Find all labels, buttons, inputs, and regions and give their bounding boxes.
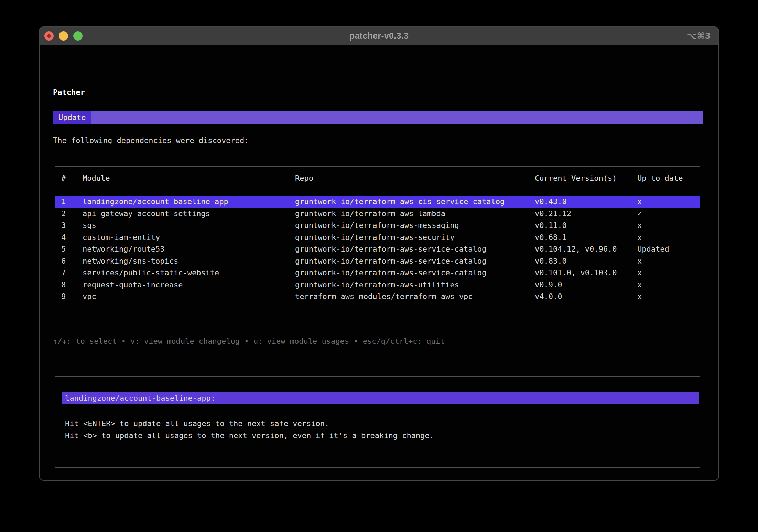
table-rows: 1landingzone/account-baseline-appgruntwo… xyxy=(55,196,700,303)
table-row[interactable]: 4custom-iam-entitygruntwork-io/terraform… xyxy=(55,232,700,244)
row-version: v0.43.0 xyxy=(535,196,637,208)
intro-text: The following dependencies were discover… xyxy=(53,136,249,145)
update-bar: Update xyxy=(53,111,703,124)
table-row[interactable]: 7services/public-static-websitegruntwork… xyxy=(55,267,700,279)
row-repo: gruntwork-io/terraform-aws-service-catal… xyxy=(295,243,535,255)
detail-panel: landingzone/account-baseline-app: Hit <E… xyxy=(55,376,700,468)
row-num: 5 xyxy=(61,243,83,255)
row-num: 1 xyxy=(61,196,83,208)
row-uptodate: x xyxy=(637,279,700,291)
row-uptodate: x xyxy=(637,255,700,267)
table-row[interactable]: 3sqsgruntwork-io/terraform-aws-messaging… xyxy=(55,220,700,232)
row-repo: gruntwork-io/terraform-aws-service-catal… xyxy=(295,255,535,267)
terminal-window: patcher-v0.3.3 ⌥⌘3 Patcher Update The fo… xyxy=(39,26,719,481)
row-module: vpc xyxy=(83,291,295,303)
row-version: v4.0.0 xyxy=(535,291,637,303)
table-row[interactable]: 9vpcterraform-aws-modules/terraform-aws-… xyxy=(55,291,700,303)
row-uptodate: x xyxy=(637,220,700,232)
row-num: 4 xyxy=(61,232,83,244)
row-module: custom-iam-entity xyxy=(83,232,295,244)
tab-shortcut-hint: ⌥⌘3 xyxy=(687,31,711,41)
row-version: v0.68.1 xyxy=(535,232,637,244)
tab-update[interactable]: Update xyxy=(53,111,91,124)
row-repo: gruntwork-io/terraform-aws-security xyxy=(295,232,535,244)
row-repo: gruntwork-io/terraform-aws-utilities xyxy=(295,279,535,291)
row-repo: gruntwork-io/terraform-aws-service-catal… xyxy=(295,267,535,279)
row-repo: terraform-aws-modules/terraform-aws-vpc xyxy=(295,291,535,303)
row-uptodate: x xyxy=(637,196,700,208)
row-num: 2 xyxy=(61,208,83,220)
row-version: v0.9.0 xyxy=(535,279,637,291)
row-repo: gruntwork-io/terraform-aws-cis-service-c… xyxy=(295,196,535,208)
row-num: 9 xyxy=(61,291,83,303)
row-version: v0.101.0, v0.103.0 xyxy=(535,267,637,279)
header-uptodate: Up to date xyxy=(637,171,700,185)
window-title: patcher-v0.3.3 xyxy=(40,31,718,41)
detail-line-enter: Hit <ENTER> to update all usages to the … xyxy=(65,418,693,430)
row-repo: gruntwork-io/terraform-aws-lambda xyxy=(295,208,535,220)
row-version: v0.104.12, v0.96.0 xyxy=(535,243,637,255)
table-row[interactable]: 6networking/sns-topicsgruntwork-io/terra… xyxy=(55,255,700,267)
row-version: v0.11.0 xyxy=(535,220,637,232)
row-num: 7 xyxy=(61,267,83,279)
dependency-table: # Module Repo Current Version(s) Up to d… xyxy=(55,166,700,329)
row-module: sqs xyxy=(83,220,295,232)
header-num: # xyxy=(61,171,83,185)
header-version: Current Version(s) xyxy=(535,171,637,185)
row-repo: gruntwork-io/terraform-aws-messaging xyxy=(295,220,535,232)
table-row[interactable]: 5networking/route53gruntwork-io/terrafor… xyxy=(55,243,700,255)
header-module: Module xyxy=(83,171,295,185)
app-heading: Patcher xyxy=(53,88,85,97)
keybinding-help: ↑/↓: to select • v: view module changelo… xyxy=(53,337,445,345)
table-row[interactable]: 8request-quota-increasegruntwork-io/terr… xyxy=(55,279,700,291)
row-module: networking/route53 xyxy=(83,243,295,255)
table-header-row: # Module Repo Current Version(s) Up to d… xyxy=(55,171,700,185)
row-num: 8 xyxy=(61,279,83,291)
row-version: v0.83.0 xyxy=(535,255,637,267)
row-module: api-gateway-account-settings xyxy=(83,208,295,220)
row-uptodate: Updated xyxy=(637,243,700,255)
row-uptodate: x xyxy=(637,267,700,279)
row-module: landingzone/account-baseline-app xyxy=(83,196,295,208)
terminal-content: Patcher Update The following dependencie… xyxy=(40,45,718,480)
row-num: 6 xyxy=(61,255,83,267)
row-uptodate: ✓ xyxy=(637,208,700,220)
row-version: v0.21.12 xyxy=(535,208,637,220)
row-module: request-quota-increase xyxy=(83,279,295,291)
title-bar: patcher-v0.3.3 ⌥⌘3 xyxy=(40,27,718,45)
detail-line-breaking: Hit <b> to update all usages to the next… xyxy=(65,430,693,442)
row-module: networking/sns-topics xyxy=(83,255,295,267)
row-module: services/public-static-website xyxy=(83,267,295,279)
row-uptodate: x xyxy=(637,291,700,303)
table-row[interactable]: 2api-gateway-account-settingsgruntwork-i… xyxy=(55,208,700,220)
row-uptodate: x xyxy=(637,232,700,244)
row-num: 3 xyxy=(61,220,83,232)
selected-module-title: landingzone/account-baseline-app: xyxy=(62,392,699,404)
header-repo: Repo xyxy=(295,171,535,185)
header-separator xyxy=(55,190,700,190)
table-row[interactable]: 1landingzone/account-baseline-appgruntwo… xyxy=(55,196,700,208)
detail-instructions: Hit <ENTER> to update all usages to the … xyxy=(65,418,693,442)
